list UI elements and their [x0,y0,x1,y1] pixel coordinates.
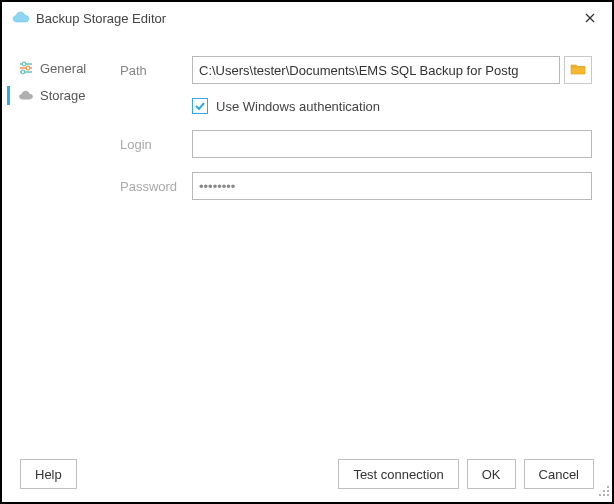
resize-grip-icon[interactable] [598,485,610,500]
sidebar-item-label: Storage [40,88,86,103]
login-label: Login [120,137,192,152]
path-label: Path [120,63,192,78]
login-row: Login [120,130,592,158]
path-input[interactable] [192,56,560,84]
folder-icon [570,62,586,79]
password-label: Password [120,179,192,194]
svg-point-7 [21,70,25,74]
svg-point-8 [607,486,609,488]
password-input[interactable] [192,172,592,200]
window-title: Backup Storage Editor [36,11,578,26]
sidebar-item-label: General [40,61,86,76]
titlebar: Backup Storage Editor [2,2,612,34]
close-button[interactable] [578,6,602,30]
svg-point-3 [22,62,26,66]
form-area: Path Use Windows au [112,42,612,446]
browse-button[interactable] [564,56,592,84]
test-connection-button[interactable]: Test connection [338,459,458,489]
path-row: Path [120,56,592,84]
cloud-icon [18,90,34,102]
sliders-icon [18,60,34,76]
windows-auth-label: Use Windows authentication [216,99,380,114]
windows-auth-checkbox[interactable] [192,98,208,114]
svg-point-5 [26,66,30,70]
svg-point-12 [603,494,605,496]
svg-point-11 [599,494,601,496]
svg-point-13 [607,494,609,496]
login-input[interactable] [192,130,592,158]
windows-auth-row: Use Windows authentication [192,98,592,114]
cancel-button[interactable]: Cancel [524,459,594,489]
cloud-icon [12,11,30,25]
help-button[interactable]: Help [20,459,77,489]
password-row: Password [120,172,592,200]
ok-button[interactable]: OK [467,459,516,489]
svg-point-10 [607,490,609,492]
sidebar-item-storage[interactable]: Storage [2,82,112,109]
button-bar: Help Test connection OK Cancel [2,446,612,502]
sidebar-item-general[interactable]: General [2,54,112,82]
dialog-window: Backup Storage Editor [0,0,614,504]
svg-point-9 [603,490,605,492]
content-area: General Storage Path [2,34,612,446]
sidebar: General Storage [2,42,112,446]
